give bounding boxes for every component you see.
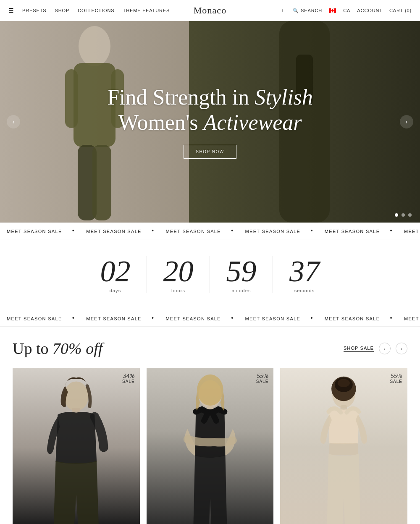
svg-point-0	[79, 26, 110, 66]
countdown-minutes: 59 minutes	[210, 256, 273, 293]
badge-sale-3: SALE	[390, 379, 402, 384]
products-next-button[interactable]: ›	[396, 343, 407, 354]
ticker-top: MEET SEASON SALE• MEET SEASON SALE• MEET…	[0, 223, 420, 239]
ticker-item: MEET SEASON SALE	[245, 229, 301, 234]
countdown-days: 02 days	[84, 256, 147, 293]
product-grid: 34% SALE	[13, 368, 407, 524]
hero-dots	[395, 213, 412, 217]
hero-content: Find Strength in Stylish Women's Activew…	[107, 85, 313, 159]
product-card-2[interactable]: 55% SALE	[147, 368, 274, 524]
hero-title: Find Strength in Stylish Women's Activew…	[107, 85, 313, 135]
hero-dot-2[interactable]	[402, 213, 405, 217]
countdown-section: 02 days 20 hours 59 minutes 37 seconds	[0, 239, 420, 310]
hero-cta-button[interactable]: SHOP NOW	[184, 145, 236, 159]
badge-percent-3: 55%	[390, 373, 402, 379]
countdown-seconds-label: seconds	[294, 288, 315, 293]
hamburger-icon[interactable]: ☰	[8, 7, 14, 14]
svg-point-8	[64, 381, 89, 411]
countdown-days-value: 02	[100, 256, 131, 286]
ticker-item: MEET SEASON SALE	[165, 316, 221, 321]
countdown-minutes-label: minutes	[231, 288, 251, 293]
sale-header-right: SHOP SALE ‹ ›	[344, 343, 407, 354]
svg-point-12	[197, 375, 223, 406]
cart-link[interactable]: CART (0)	[389, 8, 412, 13]
site-logo[interactable]: Monaco	[194, 5, 227, 16]
ticker-item: MEET SEASON SALE	[165, 229, 221, 234]
nav-presets[interactable]: PRESETS	[22, 8, 47, 13]
product-badge-1: 34% SALE	[122, 373, 135, 384]
product-image-2	[147, 368, 274, 524]
region-selector[interactable]: CA	[343, 8, 350, 13]
product-card-1[interactable]: 34% SALE	[13, 368, 140, 524]
sale-section: Up to 70% off SHOP SALE ‹ ›	[0, 327, 420, 524]
hero-dot-1[interactable]	[395, 213, 398, 217]
svg-point-18	[338, 379, 350, 388]
svg-rect-15	[329, 443, 358, 455]
product-card-3[interactable]: 55% SALE	[280, 368, 407, 524]
product-image-1	[13, 368, 140, 524]
ticker-item: MEET SEASON SALE	[86, 229, 142, 234]
hero-prev-button[interactable]: ‹	[7, 115, 20, 128]
nav-theme-features[interactable]: THEME FEATURES	[123, 8, 170, 13]
countdown-seconds-value: 37	[289, 256, 320, 286]
product-badge-3: 55% SALE	[390, 373, 402, 384]
ticker-item: MEET SEASON SALE	[7, 229, 62, 234]
countdown-hours: 20 hours	[147, 256, 210, 293]
ticker-item: MEET SEASON SALE	[325, 229, 380, 234]
account-link[interactable]: ACCOUNT	[357, 8, 383, 13]
product-badge-2: 55% SALE	[256, 373, 269, 384]
badge-percent-2: 55%	[256, 373, 269, 379]
badge-sale-1: SALE	[122, 379, 135, 384]
ticker-item: MEET SEASON SALE	[404, 316, 420, 321]
ticker-inner-top: MEET SEASON SALE• MEET SEASON SALE• MEET…	[0, 227, 420, 235]
countdown-days-label: days	[110, 288, 121, 293]
countdown-minutes-value: 59	[226, 256, 257, 286]
nav-collections[interactable]: COLLECTIONS	[78, 8, 114, 13]
sale-header: Up to 70% off SHOP SALE ‹ ›	[13, 339, 407, 358]
nav-shop[interactable]: SHOP	[55, 8, 70, 13]
hero-section: Find Strength in Stylish Women's Activew…	[0, 21, 420, 223]
ticker-item: MEET SEASON SALE	[86, 316, 142, 321]
hero-dot-3[interactable]	[408, 213, 412, 217]
products-prev-button[interactable]: ‹	[379, 343, 391, 354]
ticker-item: MEET SEASON SALE	[245, 316, 301, 321]
ticker-item: MEET SEASON SALE	[404, 229, 420, 234]
navbar: ☰ PRESETS SHOP COLLECTIONS THEME FEATURE…	[0, 0, 420, 21]
svg-rect-2	[65, 69, 78, 128]
badge-sale-2: SALE	[256, 379, 269, 384]
product-image-3	[280, 368, 407, 524]
countdown-hours-value: 20	[163, 256, 194, 286]
nav-left: ☰ PRESETS SHOP COLLECTIONS THEME FEATURE…	[8, 7, 170, 14]
hero-next-button[interactable]: ›	[400, 115, 413, 128]
shop-sale-link[interactable]: SHOP SALE	[344, 346, 374, 352]
ticker-item: MEET SEASON SALE	[325, 316, 380, 321]
ticker-item: MEET SEASON SALE	[7, 316, 62, 321]
countdown-seconds: 37 seconds	[273, 256, 336, 293]
ticker-bottom: MEET SEASON SALE• MEET SEASON SALE• MEET…	[0, 310, 420, 327]
search-button[interactable]: 🔍 SEARCH	[293, 8, 322, 13]
flag-icon: 🇨🇦	[329, 7, 336, 14]
dark-mode-icon[interactable]: ☾	[281, 8, 286, 13]
ticker-inner-bottom: MEET SEASON SALE• MEET SEASON SALE• MEET…	[0, 314, 420, 322]
sale-title: Up to 70% off	[13, 339, 102, 358]
badge-percent-1: 34%	[122, 373, 135, 379]
countdown-hours-label: hours	[171, 288, 185, 293]
nav-right: ☾ 🔍 SEARCH 🇨🇦 CA ACCOUNT CART (0)	[281, 7, 412, 14]
